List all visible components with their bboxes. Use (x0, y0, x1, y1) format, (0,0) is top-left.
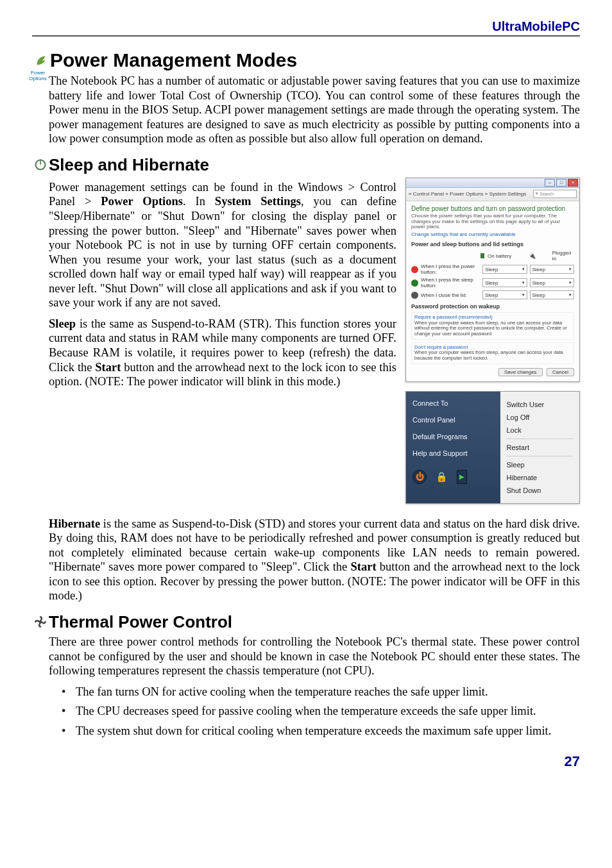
search-input[interactable]: ▾Search (533, 190, 577, 198)
opt-log-off[interactable]: Log Off (507, 411, 574, 424)
svg-rect-1 (40, 160, 41, 165)
maximize-icon[interactable]: □ (556, 179, 566, 187)
select-power-battery[interactable]: Sleep (482, 265, 527, 274)
opt-require-password[interactable]: Require a password (recommended) When yo… (411, 312, 574, 340)
header-brand: UltraMobilePC (32, 19, 580, 37)
close-icon[interactable]: × (568, 179, 578, 187)
menu-control-panel[interactable]: Control Panel (412, 416, 494, 424)
heading-power-management: Power Management Modes (32, 49, 580, 71)
change-settings-link[interactable]: Change settings that are currently unava… (411, 231, 574, 237)
menu-help-support[interactable]: Help and Support (412, 449, 494, 457)
power-icon (32, 158, 49, 171)
opt-hibernate[interactable]: Hibernate (507, 471, 574, 484)
arrow-icon[interactable]: ▶ (457, 470, 467, 484)
select-lid-plugged[interactable]: Sleep (530, 290, 575, 299)
heading-sleep-hibernate: Sleep and Hibernate (32, 155, 580, 175)
opt-no-password[interactable]: Don't require a password When your compu… (411, 342, 574, 364)
sh-p1: Power management settings can be found i… (49, 180, 396, 310)
opt-lock[interactable]: Lock (507, 424, 574, 437)
menu-default-programs[interactable]: Default Programs (412, 433, 494, 440)
svg-rect-2 (480, 253, 484, 258)
thermal-intro: There are three power control methods fo… (49, 635, 580, 678)
row-power-button: When I press the power button: Sleep Sle… (411, 263, 574, 275)
minimize-icon[interactable]: – (545, 179, 555, 187)
row-close-lid: When I close the lid: Sleep Sleep (411, 290, 574, 299)
lid-icon (411, 292, 418, 299)
power-options-icon-label: Power Options (24, 70, 51, 81)
power-orb-icon[interactable]: ⏻ (412, 470, 427, 484)
leaf-icon (32, 53, 50, 67)
fan-icon (32, 615, 49, 628)
page-number: 27 (32, 753, 580, 770)
opt-sleep[interactable]: Sleep (507, 458, 574, 471)
opt-switch-user[interactable]: Switch User (507, 398, 574, 411)
dialog-title: Define power buttons and turn on passwor… (411, 205, 574, 212)
select-sleep-plugged[interactable]: Sleep (530, 278, 575, 287)
opt-restart[interactable]: Restart (507, 441, 574, 454)
screenshot-system-settings: – □ × « Control Panel » Power Options » … (405, 178, 580, 382)
save-button[interactable]: Save changes (498, 368, 543, 376)
lock-icon[interactable]: 🔒 (436, 471, 448, 483)
cancel-button[interactable]: Cancel (547, 368, 574, 376)
select-lid-battery[interactable]: Sleep (482, 290, 527, 299)
select-sleep-battery[interactable]: Sleep (482, 278, 527, 287)
sh-p3: Hibernate is the same as Suspend-to-Disk… (49, 517, 580, 603)
sleep-button-icon (411, 280, 418, 287)
heading-thermal: Thermal Power Control (32, 612, 580, 632)
select-power-plugged[interactable]: Sleep (530, 265, 575, 274)
breadcrumb: « Control Panel » Power Options » System… (406, 188, 579, 201)
menu-connect-to[interactable]: Connect To (412, 399, 494, 407)
power-button-icon (411, 266, 418, 273)
thermal-bullets: The fan turns ON for active cooling when… (62, 685, 580, 739)
sh-p2: Sleep is the same as Suspend-to-RAM (STR… (49, 317, 396, 389)
row-sleep-button: When I press the sleep button: Sleep Sle… (411, 277, 574, 288)
opt-shut-down[interactable]: Shut Down (507, 484, 574, 497)
window-titlebar: – □ × (406, 178, 579, 188)
screenshot-start-menu: Connect To Control Panel Default Program… (405, 391, 580, 504)
pm-body: The Notebook PC has a number of automati… (49, 74, 580, 146)
